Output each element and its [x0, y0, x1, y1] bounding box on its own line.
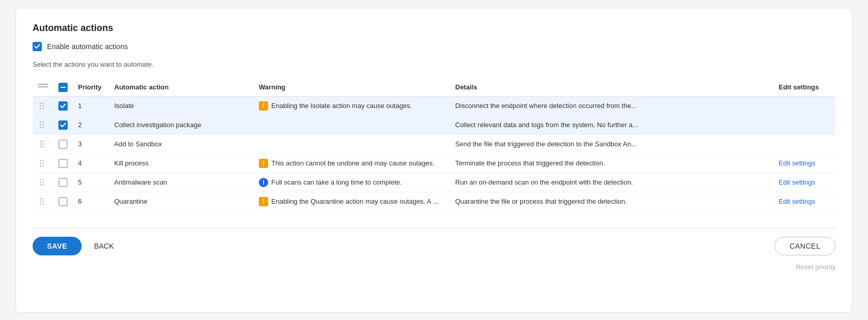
details-cell: Run an on-demand scan on the endpoint wi…: [450, 173, 773, 192]
edit-settings-link[interactable]: Edit settings: [779, 178, 815, 186]
checkbox-cell: [53, 173, 73, 192]
col-checkbox-header: [53, 79, 73, 97]
checkbox-cell: [53, 96, 73, 115]
drag-handle[interactable]: [38, 197, 48, 206]
details-cell: Collect relevant data and logs from the …: [450, 115, 773, 134]
col-edit-header: Edit settings: [773, 79, 835, 97]
col-drag-header: [33, 79, 53, 97]
details-cell: Send the file that triggered the detecti…: [450, 134, 773, 154]
warning-cell: !Enabling the Isolate action may cause o…: [254, 96, 450, 115]
priority-cell: 5: [73, 173, 109, 192]
reset-priority-button[interactable]: Reset priority: [796, 263, 835, 271]
action-name-cell: Antimalware scan: [109, 173, 254, 192]
table-row: 5Antimalware scaniFull scans can take a …: [33, 173, 835, 192]
edit-settings-cell: Edit settings: [773, 154, 835, 173]
enable-checkbox[interactable]: [33, 42, 42, 51]
main-container: Automatic actions Enable automatic actio…: [16, 8, 853, 313]
row-checkbox[interactable]: [58, 197, 68, 206]
details-cell: Disconnect the endpoint where detection …: [450, 96, 773, 115]
row-checkbox[interactable]: [58, 159, 68, 168]
col-priority-header: Priority: [73, 79, 109, 97]
details-cell: Quarantine the file or process that trig…: [450, 192, 773, 211]
edit-settings-cell: Edit settings: [773, 192, 835, 211]
save-button[interactable]: SAVE: [33, 237, 82, 255]
enable-row: Enable automatic actions: [33, 42, 835, 51]
warning-text: Enabling the Isolate action may cause ou…: [271, 102, 412, 110]
row-checkbox[interactable]: [58, 140, 68, 149]
drag-handle-cell: [33, 173, 53, 192]
priority-cell: 6: [73, 192, 109, 211]
drag-handle[interactable]: [38, 101, 48, 110]
warning-text: This action cannot be undone and may cau…: [271, 159, 435, 167]
warning-icon-orange: !: [259, 159, 268, 168]
warning-icon-orange: !: [259, 101, 268, 111]
table-row: 2Collect investigation packageCollect re…: [33, 115, 835, 134]
details-text: Terminate the process that triggered the…: [455, 159, 605, 167]
action-name-cell: Collect investigation package: [109, 115, 254, 134]
edit-settings-link[interactable]: Edit settings: [779, 159, 815, 167]
subtitle: Select the actions you want to automate.: [33, 60, 835, 68]
checkbox-cell: [53, 134, 73, 154]
checkbox-cell: [53, 115, 73, 134]
warning-cell: [254, 134, 450, 154]
table-row: 4Kill process!This action cannot be undo…: [33, 154, 835, 173]
warning-text: Enabling the Quarantine action may cause…: [271, 197, 439, 205]
checkbox-cell: [53, 192, 73, 211]
drag-handle[interactable]: [38, 159, 48, 167]
action-name-cell: Kill process: [109, 154, 254, 173]
row-checkbox[interactable]: [58, 101, 68, 111]
row-checkbox[interactable]: [58, 120, 68, 130]
action-name-cell: Quarantine: [109, 192, 254, 211]
priority-cell: 2: [73, 115, 109, 134]
drag-handle-cell: [33, 134, 53, 154]
svg-rect-0: [60, 87, 66, 88]
checkbox-cell: [53, 154, 73, 173]
drag-handle-cell: [33, 115, 53, 134]
warning-cell: [254, 115, 450, 134]
select-all-checkbox[interactable]: [58, 83, 68, 92]
edit-settings-cell: [773, 134, 835, 154]
drag-handle[interactable]: [38, 120, 48, 129]
details-text: Send the file that triggered the detecti…: [455, 140, 637, 148]
warning-cell: iFull scans can take a long time to comp…: [254, 173, 450, 192]
table-row: 1Isolate!Enabling the Isolate action may…: [33, 96, 835, 115]
details-text: Collect relevant data and logs from the …: [455, 121, 638, 129]
col-warning-header: Warning: [254, 79, 450, 97]
warning-text: Full scans can take a long time to compl…: [271, 178, 402, 186]
footer: SAVE BACK CANCEL: [33, 228, 835, 255]
details-text: Quarantine the file or process that trig…: [455, 197, 627, 205]
col-details-header: Details: [450, 79, 773, 97]
edit-settings-cell: Edit settings: [773, 173, 835, 192]
cancel-button[interactable]: CANCEL: [774, 237, 835, 255]
priority-cell: 3: [73, 134, 109, 154]
details-text: Disconnect the endpoint where detection …: [455, 102, 637, 110]
page-title: Automatic actions: [33, 23, 835, 34]
back-button[interactable]: BACK: [92, 237, 116, 255]
table-row: 6Quarantine!Enabling the Quarantine acti…: [33, 192, 835, 211]
warning-icon-blue: i: [259, 178, 268, 187]
action-name-cell: Isolate: [109, 96, 254, 115]
actions-table: Priority Automatic action Warning Detail…: [33, 79, 835, 211]
warning-cell: !This action cannot be undone and may ca…: [254, 154, 450, 173]
edit-settings-cell: [773, 96, 835, 115]
priority-cell: 1: [73, 96, 109, 115]
warning-cell: !Enabling the Quarantine action may caus…: [254, 192, 450, 211]
details-text: Run an on-demand scan on the endpoint wi…: [455, 178, 633, 186]
edit-settings-cell: [773, 115, 835, 134]
warning-icon-orange: !: [259, 197, 268, 206]
row-checkbox[interactable]: [58, 178, 68, 187]
drag-handle[interactable]: [38, 178, 48, 187]
drag-handle-cell: [33, 192, 53, 211]
table-row: 3Add to SandboxSend the file that trigge…: [33, 134, 835, 154]
details-cell: Terminate the process that triggered the…: [450, 154, 773, 173]
edit-settings-link[interactable]: Edit settings: [779, 197, 815, 205]
drag-handle-cell: [33, 96, 53, 115]
enable-label: Enable automatic actions: [47, 42, 128, 51]
drag-handle[interactable]: [38, 140, 48, 148]
drag-handle-cell: [33, 154, 53, 173]
col-action-header: Automatic action: [109, 79, 254, 97]
priority-cell: 4: [73, 154, 109, 173]
action-name-cell: Add to Sandbox: [109, 134, 254, 154]
